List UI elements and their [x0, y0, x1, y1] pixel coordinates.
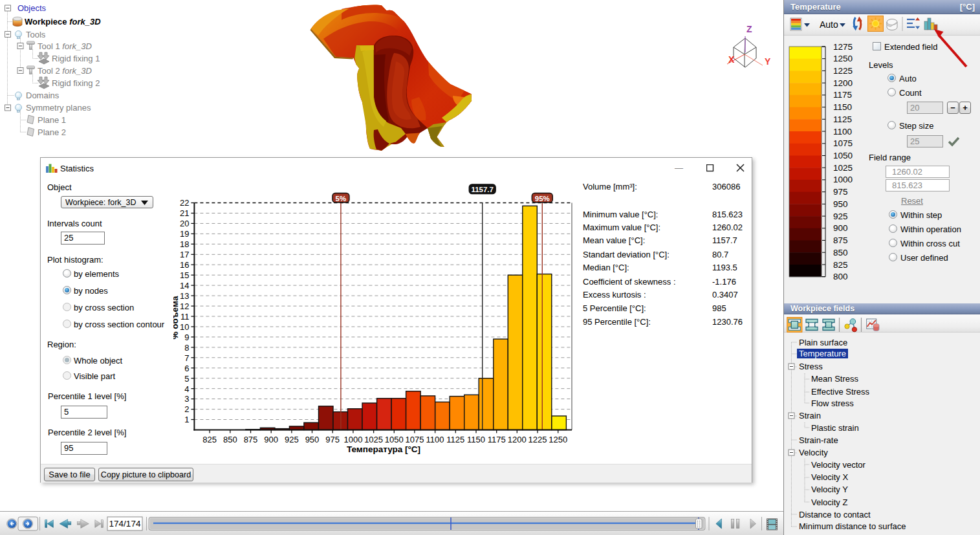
svg-text:19: 19	[180, 229, 189, 239]
svg-text:975: 975	[325, 435, 340, 444]
svg-text:1225: 1225	[833, 66, 853, 76]
svg-text:Objects: Objects	[17, 3, 47, 13]
svg-text:9: 9	[184, 333, 189, 342]
svg-text:1250: 1250	[833, 54, 853, 63]
svg-text:825: 825	[833, 260, 848, 270]
svg-text:8: 8	[184, 343, 189, 353]
svg-text:% объёма: % объёма	[173, 296, 180, 339]
svg-text:875: 875	[244, 435, 258, 444]
svg-text:950: 950	[833, 199, 848, 209]
svg-text:1025: 1025	[364, 435, 383, 444]
svg-text:825: 825	[202, 435, 217, 444]
svg-text:1075: 1075	[405, 435, 424, 444]
svg-text:7: 7	[184, 353, 189, 363]
svg-text:850: 850	[833, 248, 848, 257]
svg-text:925: 925	[285, 435, 299, 444]
svg-text:21: 21	[180, 208, 189, 218]
svg-text:1075: 1075	[833, 138, 853, 148]
svg-text:875: 875	[833, 235, 848, 245]
svg-text:1250: 1250	[549, 435, 567, 444]
svg-text:20: 20	[180, 219, 189, 228]
svg-text:1275: 1275	[833, 42, 853, 52]
svg-text:3: 3	[184, 394, 189, 404]
svg-text:15: 15	[180, 270, 189, 280]
svg-text:X: X	[728, 54, 735, 65]
svg-text:13: 13	[180, 291, 189, 301]
svg-text:11: 11	[180, 312, 190, 322]
svg-text:16: 16	[180, 260, 189, 270]
svg-text:1150: 1150	[467, 435, 485, 444]
svg-text:Plane 2: Plane 2	[38, 127, 66, 137]
svg-text:1200: 1200	[508, 435, 527, 444]
svg-text:Workpiece fork_3D: Workpiece fork_3D	[25, 17, 101, 27]
svg-text:1175: 1175	[488, 435, 506, 444]
svg-text:174/174: 174/174	[109, 519, 141, 529]
svg-text:1225: 1225	[528, 435, 547, 444]
svg-text:900: 900	[264, 435, 278, 444]
svg-text:1125: 1125	[446, 435, 464, 444]
svg-text:10: 10	[180, 322, 189, 332]
svg-text:950: 950	[305, 435, 320, 444]
svg-text:2: 2	[184, 404, 189, 414]
svg-text:1000: 1000	[343, 435, 362, 444]
svg-text:Rigid fixing 2: Rigid fixing 2	[52, 78, 100, 88]
svg-text:1: 1	[184, 415, 189, 424]
svg-text:1100: 1100	[833, 127, 852, 136]
svg-text:Tools: Tools	[26, 30, 46, 39]
svg-text:14: 14	[180, 281, 189, 290]
svg-text:Температура [°C]: Температура [°C]	[347, 444, 420, 454]
svg-text:12: 12	[180, 301, 189, 311]
svg-text:4: 4	[184, 384, 189, 394]
svg-text:1050: 1050	[833, 151, 853, 160]
svg-text:Tool 1 fork_3D: Tool 1 fork_3D	[38, 41, 92, 51]
svg-text:17: 17	[180, 250, 189, 259]
svg-text:1125: 1125	[833, 115, 852, 124]
svg-text:1000: 1000	[833, 175, 853, 184]
svg-text:Plane 1: Plane 1	[38, 115, 66, 125]
svg-text:5%: 5%	[336, 195, 347, 202]
svg-text:925: 925	[833, 212, 848, 221]
svg-text:1150: 1150	[833, 102, 852, 112]
svg-text:800: 800	[833, 272, 848, 281]
svg-text:1050: 1050	[385, 435, 404, 444]
svg-text:1157.7: 1157.7	[471, 186, 494, 193]
svg-text:900: 900	[833, 223, 848, 233]
svg-text:Rigid fixing 1: Rigid fixing 1	[52, 54, 100, 63]
svg-text:1100: 1100	[426, 435, 444, 444]
svg-text:Y: Y	[765, 56, 771, 67]
svg-text:5: 5	[184, 374, 189, 384]
svg-text:Symmetry planes: Symmetry planes	[26, 103, 91, 113]
svg-text:1025: 1025	[833, 163, 853, 173]
svg-text:850: 850	[223, 435, 237, 444]
svg-text:22: 22	[180, 198, 189, 208]
svg-text:Tool 2 fork_3D: Tool 2 fork_3D	[38, 66, 92, 76]
svg-text:6: 6	[184, 364, 189, 373]
svg-text:975: 975	[833, 187, 848, 197]
svg-text:1200: 1200	[833, 78, 853, 88]
svg-text:1175: 1175	[833, 90, 852, 100]
svg-text:95%: 95%	[535, 195, 550, 202]
svg-text:18: 18	[180, 239, 189, 249]
svg-text:Z: Z	[746, 24, 752, 34]
svg-text:Domains: Domains	[26, 91, 60, 100]
